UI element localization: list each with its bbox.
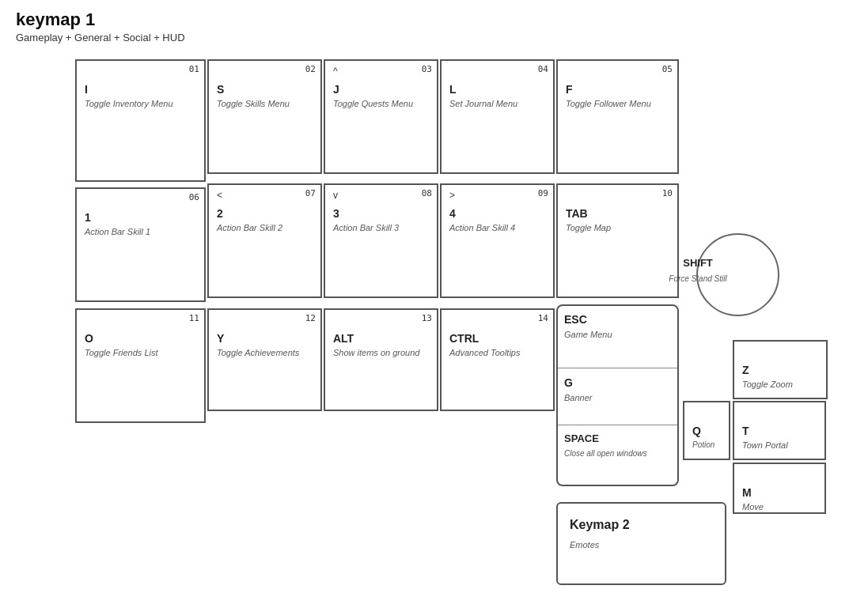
key-08[interactable]: v 08 3 Action Bar Skill 3 <box>324 183 438 298</box>
key-08-number: 08 <box>422 188 432 198</box>
key-09-action: Action Bar Skill 4 <box>449 223 515 232</box>
key-03-action: Toggle Quests Menu <box>333 99 413 108</box>
key-esc-label: ESC <box>564 313 587 326</box>
key-t-action: Town Portal <box>742 440 788 450</box>
key-07-number: 07 <box>305 188 316 198</box>
key-06[interactable]: 06 1 Action Bar Skill 1 <box>75 187 206 302</box>
key-12-action: Toggle Achievements <box>217 348 299 357</box>
key-02-number: 02 <box>305 64 316 74</box>
key-t[interactable]: T Town Portal <box>733 401 826 460</box>
key-q-label: Q <box>692 425 701 437</box>
key-06-label: 1 <box>85 211 91 224</box>
key-01[interactable]: 01 I Toggle Inventory Menu <box>75 59 206 182</box>
key-esc-group: ESC Game Menu G Banner SPACE Close all o… <box>556 304 679 486</box>
key-shift[interactable]: SHIFT Force Stand Still <box>696 233 779 316</box>
key-m[interactable]: M Move <box>733 463 826 514</box>
key-02-action: Toggle Skills Menu <box>217 99 290 108</box>
key-13-number: 13 <box>422 313 432 323</box>
key-12-number: 12 <box>305 313 316 323</box>
key-06-action: Action Bar Skill 1 <box>85 227 150 236</box>
key-14-label: CTRL <box>449 332 479 345</box>
key-05-number: 05 <box>662 64 673 74</box>
key-10-action: Toggle Map <box>566 223 611 232</box>
key-05-label: F <box>566 83 573 96</box>
key-m-action: Move <box>742 502 764 512</box>
key-14[interactable]: 14 CTRL Advanced Tooltips <box>440 308 555 411</box>
key-08-label: 3 <box>333 207 339 220</box>
key-14-number: 14 <box>538 313 548 323</box>
key-13-label: ALT <box>333 332 354 345</box>
key-g-label: G <box>564 376 573 389</box>
keymap2-subtitle: Emotes <box>570 540 599 549</box>
key-m-label: M <box>742 486 752 499</box>
key-03-arrow: ^ <box>333 66 338 77</box>
key-04-action: Set Journal Menu <box>449 99 517 108</box>
key-z[interactable]: Z Toggle Zoom <box>733 340 828 399</box>
key-10-number: 10 <box>662 188 673 198</box>
key-space[interactable]: SPACE Close all open windows <box>564 431 647 459</box>
keymap2-title: Keymap 2 <box>570 518 630 532</box>
key-01-label: I <box>85 83 88 96</box>
key-11-action: Toggle Friends List <box>85 348 158 357</box>
page-title: keymap 1 <box>16 9 95 30</box>
key-03-number: 03 <box>422 64 432 74</box>
key-03[interactable]: ^ 03 J Toggle Quests Menu <box>324 59 438 174</box>
key-shift-action: Force Stand Still <box>658 274 738 283</box>
key-04-number: 04 <box>538 64 548 74</box>
key-g[interactable]: G Banner <box>564 376 592 404</box>
key-09-number: 09 <box>538 188 548 198</box>
key-07-action: Action Bar Skill 2 <box>217 223 282 232</box>
page-subtitle: Gameplay + General + Social + HUD <box>16 32 185 43</box>
key-08-arrow: v <box>333 190 338 201</box>
key-07-label: 2 <box>217 207 223 220</box>
key-z-label: Z <box>742 364 749 376</box>
key-12-label: Y <box>217 332 224 345</box>
key-04[interactable]: 04 L Set Journal Menu <box>440 59 555 174</box>
key-08-action: Action Bar Skill 3 <box>333 223 399 232</box>
key-14-action: Advanced Tooltips <box>449 348 521 357</box>
key-09[interactable]: > 09 4 Action Bar Skill 4 <box>440 183 555 298</box>
key-space-label: SPACE <box>564 432 599 444</box>
key-q[interactable]: Q Potion <box>683 401 730 460</box>
keymap2-box[interactable]: Keymap 2 Emotes <box>556 502 726 585</box>
key-esc[interactable]: ESC Game Menu <box>564 312 612 341</box>
key-z-action: Toggle Zoom <box>742 380 793 389</box>
key-09-arrow: > <box>449 190 455 201</box>
key-03-label: J <box>333 83 339 96</box>
key-01-action: Toggle Inventory Menu <box>85 99 173 108</box>
key-02[interactable]: 02 S Toggle Skills Menu <box>207 59 322 174</box>
key-t-label: T <box>742 425 749 437</box>
key-10-label: TAB <box>566 207 588 220</box>
key-11-number: 11 <box>189 313 199 323</box>
key-01-number: 01 <box>189 64 199 74</box>
key-02-label: S <box>217 83 224 96</box>
key-07[interactable]: < 07 2 Action Bar Skill 2 <box>207 183 322 298</box>
key-04-label: L <box>449 83 457 96</box>
key-11-label: O <box>85 332 93 345</box>
key-esc-action: Game Menu <box>564 330 612 339</box>
key-13[interactable]: 13 ALT Show items on ground <box>324 308 438 411</box>
key-q-action: Potion <box>692 440 714 449</box>
key-07-arrow: < <box>217 190 222 201</box>
key-05-action: Toggle Follower Menu <box>566 99 651 108</box>
key-13-action: Show items on ground <box>333 348 419 357</box>
key-05[interactable]: 05 F Toggle Follower Menu <box>556 59 679 174</box>
key-space-action: Close all open windows <box>564 449 647 458</box>
key-shift-label: SHIFT <box>658 257 738 269</box>
key-12[interactable]: 12 Y Toggle Achievements <box>207 308 322 411</box>
key-06-number: 06 <box>189 192 199 202</box>
key-09-label: 4 <box>449 207 456 220</box>
key-11[interactable]: 11 O Toggle Friends List <box>75 308 206 423</box>
key-g-action: Banner <box>564 393 592 402</box>
